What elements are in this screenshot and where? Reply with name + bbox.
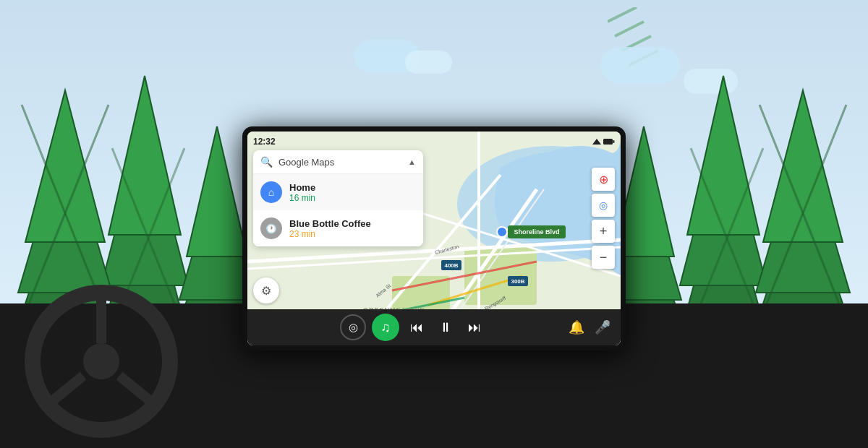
battery-icon: [603, 138, 615, 145]
prev-icon: ⏮: [410, 320, 423, 335]
steering-wheel: [22, 282, 181, 441]
status-time: 12:32: [253, 137, 276, 147]
blue-bottle-nav-title: Blue Bottle Coffee: [289, 218, 416, 229]
nav-item-blue-bottle[interactable]: 🕐 Blue Bottle Coffee 23 min: [253, 210, 423, 246]
svg-line-34: [119, 376, 159, 408]
chevron-up-icon: ▲: [408, 158, 416, 166]
blue-bottle-nav-info: Blue Bottle Coffee 23 min: [289, 218, 416, 239]
search-panel: 🔍 Google Maps ▲ ⌂ Home 16 min 🕐: [253, 150, 423, 246]
bottom-bar-right: 🔔 🎤: [569, 319, 610, 335]
bottom-bar-center: ◎ ♫ ⏮ ⏸ ⏭: [258, 314, 569, 341]
prev-button[interactable]: ⏮: [405, 316, 428, 339]
svg-point-62: [497, 227, 507, 237]
mic-button[interactable]: 🎤: [595, 319, 610, 335]
svg-rect-64: [603, 139, 613, 145]
svg-point-31: [83, 343, 119, 379]
search-icon: 🔍: [260, 156, 273, 168]
search-label: Google Maps: [278, 157, 402, 168]
cloud-2: [405, 51, 452, 74]
settings-icon: ⚙: [261, 284, 271, 298]
svg-text:300B: 300B: [511, 278, 524, 285]
mic-icon: 🎤: [595, 320, 610, 335]
signal-icon: [592, 137, 601, 146]
blue-bottle-nav-icon: 🕐: [260, 217, 282, 239]
bottom-bar: ◎ ♫ ⏮ ⏸ ⏭: [247, 309, 621, 345]
blue-bottle-nav-time: 23 min: [289, 229, 416, 239]
search-bar[interactable]: 🔍 Google Maps ▲: [253, 150, 423, 174]
svg-marker-22: [763, 90, 843, 242]
pause-button[interactable]: ⏸: [434, 316, 457, 339]
status-bar: 12:32: [253, 134, 615, 149]
spotify-icon: ♫: [380, 320, 391, 335]
settings-button[interactable]: ⚙: [253, 277, 279, 303]
spotify-button[interactable]: ♫: [372, 314, 399, 341]
map-controls: ⊕ ◎ + −: [592, 168, 615, 269]
nav-item-home[interactable]: ⌂ Home 16 min: [253, 174, 423, 210]
home-nav-title: Home: [289, 182, 416, 193]
svg-marker-9: [25, 90, 105, 242]
svg-marker-19: [687, 76, 760, 235]
zoom-out-button[interactable]: −: [592, 246, 615, 269]
pause-icon: ⏸: [439, 320, 452, 335]
home-nav-info: Home 16 min: [289, 182, 416, 203]
svg-rect-65: [613, 140, 615, 143]
screen-bezel: 400B 200A 300B Rengstorff Alma St Charle…: [242, 126, 626, 350]
svg-marker-6: [109, 76, 181, 235]
svg-text:Shoreline Blvd: Shoreline Blvd: [514, 228, 559, 236]
zoom-in-button[interactable]: +: [592, 220, 615, 243]
next-button[interactable]: ⏭: [463, 316, 486, 339]
notification-button[interactable]: 🔔: [569, 319, 584, 335]
svg-text:400B: 400B: [444, 262, 458, 269]
svg-marker-63: [592, 139, 601, 145]
location-button[interactable]: ◎: [592, 194, 615, 217]
home-nav-icon: ⌂: [260, 181, 282, 203]
aa-screen: 400B 200A 300B Rengstorff Alma St Charle…: [247, 132, 621, 345]
bell-icon: 🔔: [569, 320, 584, 335]
next-icon: ⏭: [468, 320, 481, 335]
android-auto-button[interactable]: ◎: [340, 314, 366, 340]
svg-line-33: [43, 376, 83, 408]
svg-marker-14: [187, 126, 247, 257]
status-icons: [592, 137, 615, 146]
compass-button[interactable]: ⊕: [592, 168, 615, 191]
android-auto-icon: ◎: [349, 321, 358, 334]
home-nav-time: 16 min: [289, 193, 416, 203]
svg-line-0: [608, 7, 637, 22]
